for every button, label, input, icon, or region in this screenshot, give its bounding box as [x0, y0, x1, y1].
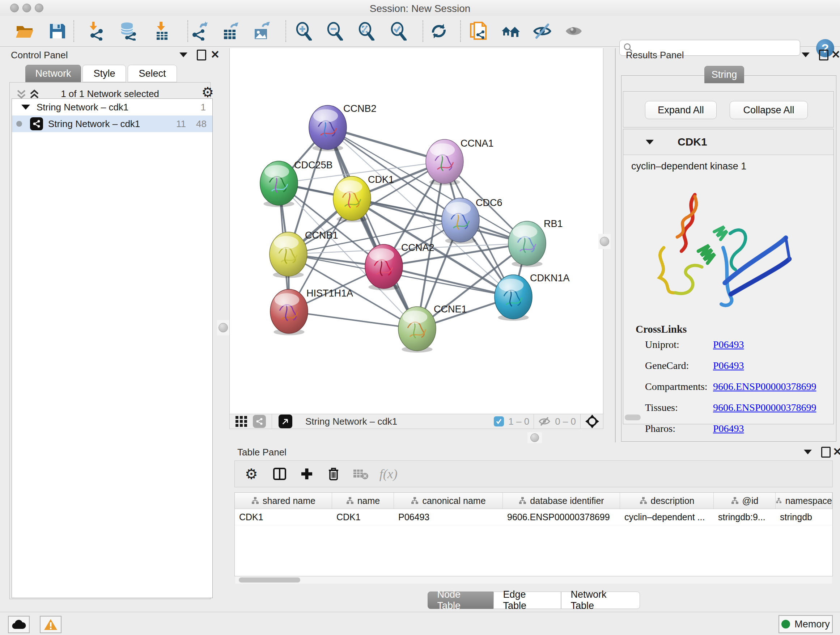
show-columns-icon[interactable]: [272, 467, 287, 481]
import-table-icon[interactable]: [152, 22, 171, 41]
column-header-name[interactable]: name: [332, 493, 394, 509]
network-node-CCNA1[interactable]: CCNA1: [426, 138, 494, 185]
delete-table-icon[interactable]: [353, 468, 369, 480]
crosslink-value[interactable]: P06493: [713, 360, 744, 371]
first-neighbors-icon[interactable]: [501, 22, 520, 41]
expand-all-button[interactable]: Expand All: [645, 101, 717, 119]
network-node-CCNB2[interactable]: CCNB2: [309, 103, 377, 151]
control-panel-close-icon[interactable]: ✕: [210, 48, 219, 61]
zoom-selected-icon[interactable]: [389, 22, 408, 41]
column-header-canonical-name[interactable]: canonical name: [394, 493, 503, 509]
network-graph[interactable]: CCNB2CCNA1CDC25BCDK1CDC6RB1CCNB1CCNA2CDK…: [230, 48, 603, 413]
table-header-row: shared namenamecanonical namedatabase id…: [235, 493, 832, 509]
network-edge-count: 48: [196, 119, 207, 130]
hidden-eye-icon[interactable]: [538, 416, 551, 427]
network-collection-row[interactable]: String Network – cdk1 1: [12, 99, 212, 116]
network-node-RB1[interactable]: RB1: [508, 218, 563, 267]
tab-network-table[interactable]: Network Table: [561, 592, 640, 609]
results-panel-close-icon[interactable]: ✕: [831, 48, 840, 61]
tab-style[interactable]: Style: [82, 65, 126, 82]
tab-network[interactable]: Network: [25, 65, 81, 82]
column-header--id[interactable]: @id: [714, 493, 775, 509]
crosslink-value[interactable]: P06493: [713, 339, 744, 350]
crosslink-row: Tissues:9606.ENSP00000378699: [645, 402, 834, 413]
left-splitter-handle[interactable]: [217, 320, 229, 335]
table-hscrollbar-thumb[interactable]: [239, 578, 300, 583]
delete-column-trash-icon[interactable]: [327, 467, 340, 481]
network-canvas[interactable]: CCNB2CCNA1CDC25BCDK1CDC6RB1CCNB1CCNA2CDK…: [229, 48, 603, 414]
zoom-fit-icon[interactable]: [357, 22, 376, 41]
table-panel-close-icon[interactable]: ✕: [833, 445, 840, 458]
table-panel-float-icon[interactable]: [821, 447, 831, 458]
network-node-count: 11: [176, 119, 186, 130]
node-label-CCNB1: CCNB1: [305, 230, 338, 241]
column-header-description[interactable]: description: [620, 493, 714, 509]
network-view-toolbar: String Network – cdk1 1 – 0 0 – 0: [229, 414, 603, 429]
network-node-CDKN1A[interactable]: CDKN1A: [494, 272, 570, 321]
show-all-icon[interactable]: [564, 22, 583, 41]
collection-count: 1: [201, 102, 206, 113]
save-session-icon[interactable]: [48, 22, 66, 41]
table-cell: CDK1: [235, 509, 332, 525]
network-node-CCNE1[interactable]: CCNE1: [398, 304, 467, 353]
crosslink-value[interactable]: P06493: [713, 423, 744, 434]
new-network-from-selection-icon[interactable]: [469, 22, 488, 41]
table-hscrollbar-track[interactable]: [235, 576, 832, 584]
import-network-database-icon[interactable]: [119, 22, 138, 41]
selected-checkbox-icon[interactable]: [494, 416, 504, 426]
control-panel-float-icon[interactable]: [197, 50, 206, 60]
export-image-icon[interactable]: [253, 22, 271, 41]
table-row[interactable]: CDK1CDK1P064939606.ENSP00000378699cyclin…: [235, 509, 832, 525]
control-panel-menu-icon[interactable]: [180, 52, 187, 57]
apply-layout-icon[interactable]: [429, 22, 448, 41]
network-node-CDK1[interactable]: CDK1: [333, 174, 394, 222]
table-panel-menu-icon[interactable]: [804, 450, 812, 454]
network-edge-HIST1H1A-CCNE1[interactable]: [289, 311, 417, 329]
network-node-CDC25B[interactable]: CDC25B: [260, 160, 333, 207]
export-table-icon[interactable]: [221, 22, 240, 41]
network-edge-CCNA2-CDKN1A[interactable]: [384, 266, 513, 297]
warning-status-button[interactable]: [40, 616, 62, 633]
protein-collapse-icon[interactable]: [646, 140, 654, 144]
birdseye-crosshair-icon[interactable]: [585, 414, 600, 429]
network-view-mode-icon[interactable]: [253, 415, 266, 428]
bottom-splitter-handle[interactable]: [527, 432, 542, 443]
cloud-status-button[interactable]: [8, 616, 30, 633]
tab-string[interactable]: String: [704, 66, 744, 83]
collapse-all-button[interactable]: Collapse All: [729, 101, 808, 119]
column-header-database-identifier[interactable]: database identifier: [503, 493, 620, 509]
column-header-shared-name[interactable]: shared name: [235, 493, 332, 509]
import-network-file-icon[interactable]: [88, 22, 106, 41]
zoom-out-icon[interactable]: [325, 22, 344, 41]
protein-card-header[interactable]: CDK1: [623, 129, 834, 155]
network-options-gear-icon[interactable]: ⚙: [202, 86, 214, 99]
detach-view-icon[interactable]: [279, 415, 292, 428]
network-node-CDC6[interactable]: CDC6: [442, 197, 502, 244]
results-splitter-line[interactable]: [615, 48, 616, 442]
hide-selected-icon[interactable]: [533, 22, 552, 41]
table-options-gear-icon[interactable]: ⚙: [245, 467, 258, 481]
open-session-icon[interactable]: [15, 22, 34, 41]
window-title: Session: New Session: [0, 3, 840, 14]
collection-expand-icon[interactable]: [21, 105, 30, 110]
memory-button[interactable]: Memory: [778, 615, 833, 633]
node-label-CCNA2: CCNA2: [401, 242, 434, 253]
export-network-icon[interactable]: [190, 22, 209, 41]
create-column-plus-icon[interactable]: [300, 467, 314, 481]
results-panel-menu-icon[interactable]: [802, 52, 810, 57]
tab-edge-table[interactable]: Edge Table: [493, 592, 561, 609]
zoom-in-icon[interactable]: [294, 22, 313, 41]
right-splitter-handle[interactable]: [598, 234, 611, 249]
results-hscrollbar-thumb[interactable]: [625, 415, 641, 420]
network-row-selected[interactable]: String Network – cdk1 11 48: [12, 116, 212, 132]
network-node-CCNB1[interactable]: CCNB1: [270, 230, 338, 278]
tab-node-table[interactable]: Node Table: [428, 592, 493, 609]
results-panel-float-icon[interactable]: [819, 50, 829, 60]
column-header-namespace[interactable]: namespace: [775, 493, 832, 509]
tab-select[interactable]: Select: [128, 65, 177, 82]
grid-view-icon[interactable]: [235, 415, 248, 428]
node-label-CDC25B: CDC25B: [294, 160, 333, 171]
network-node-HIST1H1A[interactable]: HIST1H1A: [270, 288, 353, 335]
crosslink-value[interactable]: 9606.ENSP00000378699: [713, 402, 816, 413]
crosslink-value[interactable]: 9606.ENSP00000378699: [713, 381, 816, 393]
